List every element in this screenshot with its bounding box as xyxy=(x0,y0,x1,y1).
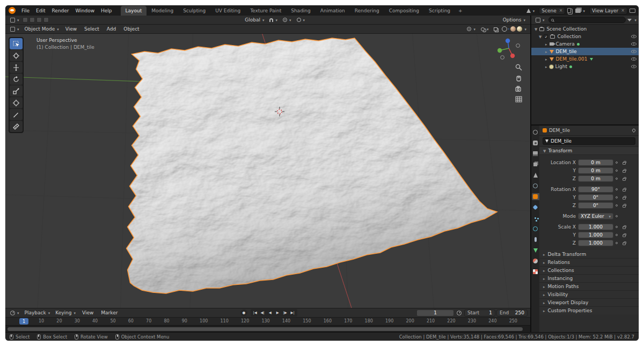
blender-logo-icon[interactable] xyxy=(9,7,16,14)
lock-icon[interactable] xyxy=(623,226,626,229)
new-scene-icon[interactable] xyxy=(567,8,571,13)
location-y-field[interactable]: 0 m xyxy=(578,167,613,174)
menu-help[interactable]: Help xyxy=(98,5,115,16)
animate-dot-icon[interactable] xyxy=(616,178,618,180)
move-tool[interactable] xyxy=(10,62,23,73)
tab-scene-properties[interactable] xyxy=(532,172,539,179)
scale-x-field[interactable]: 1.000 xyxy=(578,224,613,230)
measure-tool[interactable] xyxy=(10,121,23,132)
tab-modeling[interactable]: Modeling xyxy=(147,6,178,16)
lock-icon[interactable] xyxy=(623,197,626,200)
lock-icon[interactable] xyxy=(623,242,626,245)
transform-orientation-dropdown[interactable]: Global xyxy=(243,17,266,23)
hide-eye-icon[interactable] xyxy=(631,42,636,46)
outliner-row-scene-collection[interactable]: Scene Collection xyxy=(531,25,639,33)
rotation-y-field[interactable]: 0° xyxy=(578,194,613,201)
outliner-search-box[interactable] xyxy=(548,17,626,23)
tab-texture-paint[interactable]: Texture Paint xyxy=(245,6,286,16)
object-name-field[interactable]: DEM_tile xyxy=(543,137,635,145)
rotation-x-field[interactable]: 90° xyxy=(578,186,613,193)
location-z-field[interactable]: 0 m xyxy=(578,175,613,182)
hide-eye-icon[interactable] xyxy=(631,35,636,38)
show-overlays-dropdown[interactable] xyxy=(479,26,491,32)
scale-z-field[interactable]: 1.000 xyxy=(578,240,613,246)
section-visibility[interactable]: Visibility xyxy=(539,290,639,298)
transform-panel-header[interactable]: Transform xyxy=(539,147,639,155)
browse-scene-button[interactable] xyxy=(524,8,537,14)
add-workspace-button[interactable]: + xyxy=(455,6,466,16)
lock-icon[interactable] xyxy=(623,178,626,181)
hide-eye-icon[interactable] xyxy=(631,65,636,68)
frame-end-field[interactable]: End 250 xyxy=(496,310,528,316)
zoom-view-icon[interactable] xyxy=(516,64,522,70)
menu-view[interactable]: View xyxy=(62,24,80,34)
active-tool-dropdown[interactable] xyxy=(8,17,21,23)
scene-selector[interactable]: Scene× xyxy=(539,7,565,14)
pivot-point-dropdown[interactable] xyxy=(281,17,294,23)
timeline-editor-type-dropdown[interactable] xyxy=(8,310,21,316)
select-mode-subtract-icon[interactable] xyxy=(36,17,42,23)
select-box-tool[interactable] xyxy=(10,38,23,49)
wireframe-shading-icon[interactable] xyxy=(502,26,507,32)
section-custom-properties[interactable]: Custom Properties xyxy=(539,306,639,314)
outliner-row-dem-tile[interactable]: DEM_tile xyxy=(531,48,639,55)
menu-add[interactable]: Add xyxy=(104,24,119,34)
tab-compositing[interactable]: Compositing xyxy=(384,6,424,16)
animate-dot-icon[interactable] xyxy=(616,196,618,198)
camera-view-icon[interactable] xyxy=(516,86,521,91)
tab-material-properties[interactable] xyxy=(532,257,539,264)
tab-uv-editing[interactable]: UV Editing xyxy=(210,6,245,16)
hide-eye-icon[interactable] xyxy=(631,57,636,61)
location-x-field[interactable]: 0 m xyxy=(578,159,613,166)
editor-type-dropdown[interactable] xyxy=(8,26,21,32)
transform-tool[interactable] xyxy=(10,97,23,108)
frame-start-field[interactable]: Start 1 xyxy=(464,310,495,316)
tab-animation[interactable]: Animation xyxy=(316,6,350,16)
snap-toggle[interactable] xyxy=(267,17,280,23)
chevron-down-icon[interactable] xyxy=(633,17,636,23)
material-shading-icon[interactable] xyxy=(510,26,516,32)
viewport-canvas[interactable] xyxy=(5,34,530,308)
animate-dot-icon[interactable] xyxy=(616,242,618,244)
scrollbar-thumb[interactable] xyxy=(8,327,523,331)
outliner-row-camera[interactable]: Camera xyxy=(531,40,639,48)
select-mode-set-icon[interactable] xyxy=(23,17,28,23)
disclosure-icon[interactable] xyxy=(545,56,547,62)
viewport-3d[interactable]: User Perspective (1) Collection | DEM_ti… xyxy=(5,34,530,308)
close-icon[interactable]: × xyxy=(558,8,563,13)
tab-modifier-properties[interactable] xyxy=(532,204,539,211)
tab-render-properties[interactable] xyxy=(532,139,539,146)
keying-menu[interactable]: Keying xyxy=(53,310,78,316)
pin-icon[interactable] xyxy=(632,128,636,132)
annotate-tool[interactable] xyxy=(10,109,23,120)
disclosure-icon[interactable] xyxy=(539,34,541,39)
xray-toggle[interactable] xyxy=(492,27,500,32)
section-viewport-display[interactable]: Viewport Display xyxy=(539,298,639,306)
timeline-ruler[interactable]: 1 10203040506070809010011012013014015016… xyxy=(5,317,530,325)
current-frame-indicator[interactable]: 1 xyxy=(19,318,28,325)
jump-to-end-button[interactable]: ▶| xyxy=(289,310,296,316)
auto-keying-button[interactable]: ● xyxy=(240,310,247,316)
filter-icon[interactable] xyxy=(627,19,632,21)
tab-view-layer-properties[interactable] xyxy=(532,161,539,168)
animate-dot-icon[interactable] xyxy=(616,204,618,207)
view-layer-selector[interactable]: View Layer× xyxy=(589,7,627,14)
show-gizmo-dropdown[interactable] xyxy=(465,26,478,32)
tab-tool-properties[interactable] xyxy=(532,129,539,136)
play-button[interactable]: ▶ xyxy=(274,310,281,316)
outliner-row-light[interactable]: Light xyxy=(531,63,639,70)
rotation-mode-dropdown[interactable]: XYZ Euler xyxy=(578,213,613,219)
options-dropdown[interactable]: Options xyxy=(501,17,528,23)
animate-dot-icon[interactable] xyxy=(616,170,618,172)
tab-layout[interactable]: Layout xyxy=(121,6,147,16)
navigation-gizmo[interactable] xyxy=(497,39,520,60)
scale-tool[interactable] xyxy=(10,85,23,97)
jump-to-start-button[interactable]: |◀ xyxy=(252,310,259,316)
tab-object-properties[interactable] xyxy=(532,193,539,200)
section-relations[interactable]: Relations xyxy=(539,258,639,266)
outliner-editor-type-dropdown[interactable] xyxy=(533,17,547,23)
disclosure-icon[interactable] xyxy=(545,41,547,47)
timeline-marker-menu[interactable]: Marker xyxy=(98,308,121,318)
lock-icon[interactable] xyxy=(623,205,626,208)
cursor-tool[interactable] xyxy=(10,50,23,61)
